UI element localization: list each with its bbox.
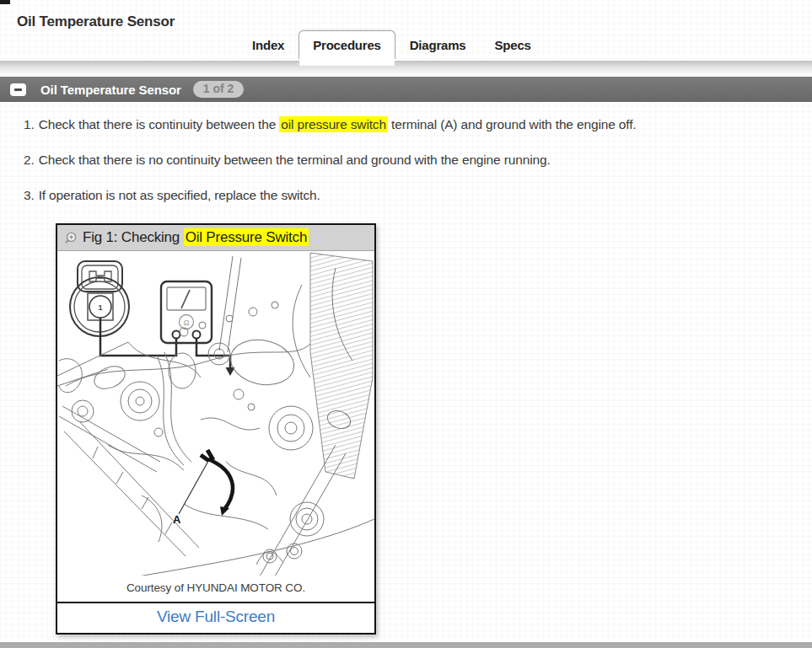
connector-pin-label: 1: [98, 303, 102, 312]
step-text: terminal (A) and ground with the engine …: [388, 117, 637, 131]
step-text: Check that there is no continuity betwee…: [39, 153, 551, 167]
tab-procedures[interactable]: Procedures: [298, 30, 395, 59]
procedure-step-3: 3.If operation is not as specified, repl…: [24, 188, 812, 203]
page-count-badge: 1 of 2: [193, 81, 245, 98]
figure-caption: Courtesy of HYUNDAI MOTOR CO.: [57, 576, 374, 602]
figure-title-highlight: Oil Pressure Switch: [184, 228, 309, 246]
multimeter-icon: Ω: [161, 281, 212, 343]
section-title: Oil Temperature Sensor: [40, 83, 181, 97]
ohm-symbol: Ω: [184, 319, 190, 327]
cable-arrowhead: [220, 506, 229, 516]
radiator-hatch: [310, 253, 373, 479]
highlighted-term: oil pressure switch: [279, 116, 388, 132]
minus-glyph: [14, 88, 22, 91]
figure-header: Fig 1: Checking Oil Pressure Switch: [57, 225, 374, 251]
step-text: Check that there is continuity between t…: [39, 117, 280, 131]
figure-image-area[interactable]: 1 Ω: [57, 251, 374, 576]
tab-specs[interactable]: Specs: [481, 32, 546, 59]
label-leader-line: [179, 463, 207, 514]
figure-footer: View Full-Screen: [57, 602, 374, 633]
section-header-bar: Oil Temperature Sensor 1 of 2: [0, 77, 812, 102]
step-text: If operation is not as specified, replac…: [39, 188, 320, 202]
figure-title-text: Fig 1: Checking: [83, 229, 184, 245]
step-number: 2.: [24, 153, 35, 167]
switch-cable: [201, 450, 233, 511]
figure-panel: Fig 1: Checking Oil Pressure Switch 1: [56, 223, 376, 635]
tab-diagrams[interactable]: Diagrams: [395, 32, 481, 59]
view-fullscreen-link[interactable]: View Full-Screen: [157, 608, 275, 625]
procedure-step-2: 2.Check that there is no continuity betw…: [24, 153, 812, 168]
step-number: 1.: [24, 117, 35, 131]
procedure-step-1: 1.Check that there is continuity between…: [24, 117, 812, 132]
collapse-minus-icon[interactable]: [10, 83, 26, 96]
tab-shadow-band: [0, 59, 812, 77]
zoom-in-icon[interactable]: [64, 232, 77, 244]
diagram-label-A: A: [173, 513, 181, 526]
step-number: 3.: [24, 188, 35, 202]
top-header: Oil Temperature Sensor Index Procedures …: [0, 0, 812, 59]
page-title: Oil Temperature Sensor: [17, 13, 175, 30]
engine-line-art: 1 Ω: [57, 251, 374, 576]
horizontal-scrollbar[interactable]: [0, 642, 812, 648]
figure-title: Fig 1: Checking Oil Pressure Switch: [83, 229, 309, 246]
tab-bar: Index Procedures Diagrams Specs: [238, 30, 546, 59]
procedure-steps: 1.Check that there is continuity between…: [24, 117, 812, 203]
tab-index[interactable]: Index: [238, 32, 298, 59]
